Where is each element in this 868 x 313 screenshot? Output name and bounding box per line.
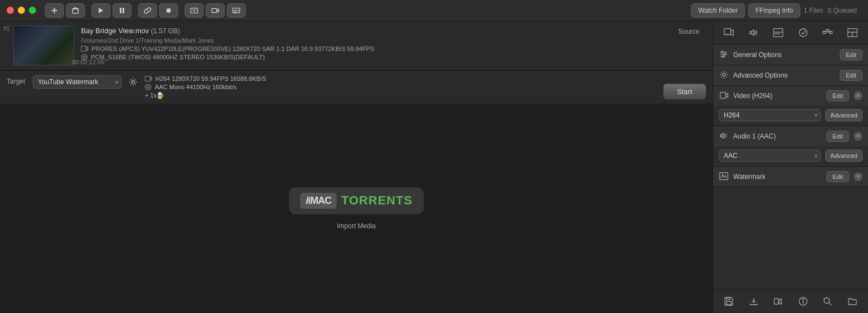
svg-point-10	[166, 8, 171, 13]
rp-subtitle-icon[interactable]	[771, 25, 785, 40]
rp-network-icon[interactable]	[820, 25, 835, 40]
maximize-button[interactable]	[29, 7, 36, 14]
general-options-title: General Options	[733, 51, 835, 59]
target-dropdown-wrap: YouTube Watermark ▾	[33, 75, 121, 89]
right-panel-icons	[713, 21, 868, 45]
add-button[interactable]	[45, 3, 64, 18]
file-item[interactable]: #1 Bay Bridge View.mov (1.57 GB) Source …	[0, 21, 713, 70]
svg-rect-16	[82, 47, 87, 52]
video-codec-select[interactable]: H264	[719, 109, 821, 121]
camera-button[interactable]	[206, 3, 225, 18]
svg-rect-2	[73, 9, 78, 13]
video-select-wrap: H264 ▾	[719, 109, 821, 121]
watermark-torrents: TORRENTS	[341, 193, 413, 208]
target-settings-icon[interactable]	[127, 76, 139, 88]
rp-bottom-film-icon[interactable]	[771, 294, 785, 309]
watch-folder-button[interactable]: Watch Folder	[691, 3, 745, 18]
svg-point-18	[83, 56, 85, 58]
toolbar-add-group	[45, 3, 87, 18]
rp-chapter-icon[interactable]	[796, 25, 810, 40]
target-area: Target YouTube Watermark ▾	[0, 70, 713, 104]
screen-capture-button[interactable]	[185, 3, 204, 18]
rp-bottom-save-icon[interactable]	[722, 294, 736, 309]
watermark-section-header: Watermark Edit ✕	[713, 167, 868, 187]
audio-close-button[interactable]: ✕	[854, 132, 862, 141]
video-section-title: Video (H264)	[733, 92, 822, 100]
advanced-options-section: Advanced Options Edit	[713, 65, 868, 86]
caption-button[interactable]	[227, 3, 246, 18]
file-duration: 00:02:12.05	[72, 59, 104, 65]
record-button[interactable]	[159, 3, 178, 18]
general-options-section: General Options Edit	[713, 45, 868, 65]
rp-layout-icon[interactable]	[845, 25, 860, 40]
audio-section-icon	[719, 132, 729, 141]
svg-point-27	[799, 29, 807, 37]
toolbar-capture-group	[185, 3, 248, 18]
advanced-options-header: Advanced Options Edit	[713, 65, 868, 85]
rp-bottom-export-icon[interactable]	[747, 294, 761, 309]
watermark-close-button[interactable]: ✕	[854, 172, 862, 181]
drop-area[interactable]: iiMAC TORRENTS Import Media	[0, 104, 713, 313]
general-options-edit-button[interactable]: Edit	[840, 49, 862, 60]
video-close-button[interactable]: ✕	[854, 91, 862, 100]
ffmpeg-info-button[interactable]: FFmpeg Info	[748, 3, 800, 18]
rp-video-settings-icon[interactable]	[722, 25, 736, 40]
target-audio-info-row: AAC Mono 44100Hz 160kbit/s	[145, 84, 657, 90]
audio-codec-select[interactable]: AAC	[719, 150, 821, 162]
advanced-options-icon	[719, 70, 729, 81]
file-details: Bay Bridge View.mov (1.57 GB) Source /Vo…	[81, 25, 706, 60]
svg-point-21	[145, 84, 151, 90]
video-section-icon	[719, 92, 729, 100]
svg-point-41	[724, 53, 726, 55]
svg-rect-44	[720, 92, 725, 98]
file-path: /Volumes/2nd Drive 1/Training Media/Mark…	[81, 37, 706, 44]
svg-point-52	[824, 298, 830, 304]
video-edit-button[interactable]: Edit	[826, 90, 849, 101]
main-area: #1 Bay Bridge View.mov (1.57 GB) Source …	[0, 21, 868, 313]
minimize-button[interactable]	[18, 7, 25, 14]
svg-rect-9	[123, 8, 124, 13]
pause-button[interactable]	[113, 3, 131, 18]
video-advanced-button[interactable]: Advanced	[825, 109, 862, 121]
video-section-header: Video (H264) Edit ✕	[713, 86, 868, 106]
rp-bottom-folder-icon[interactable]	[845, 294, 860, 309]
file-audio-info: PCM_S16BE (TWOS) 48000HZ STEREO 1536KB/S…	[81, 54, 706, 60]
right-panel-bottom	[713, 289, 868, 313]
traffic-lights	[7, 7, 36, 14]
delete-button[interactable]	[66, 3, 85, 18]
rp-audio-settings-icon[interactable]	[747, 25, 761, 40]
target-extra-row: + 1x🍺	[145, 92, 657, 99]
target-info: H264 1280X720 59.94FPS 16588.8KB/S AAC M…	[145, 75, 657, 99]
toolbar-media-group	[138, 3, 180, 18]
audio-advanced-button[interactable]: Advanced	[825, 150, 862, 162]
watermark-section-icon	[719, 172, 729, 182]
svg-rect-30	[830, 32, 833, 34]
svg-rect-8	[120, 8, 121, 13]
files-count: 1 Files	[804, 7, 823, 14]
audio-edit-button[interactable]: Edit	[826, 131, 849, 142]
rp-bottom-search-icon[interactable]	[820, 294, 835, 309]
file-video-info: PRORES (APCS) YUV422P10LE(PROGRESSIVE) 1…	[81, 45, 706, 52]
svg-point-43	[723, 73, 725, 76]
start-button[interactable]: Start	[663, 84, 706, 99]
link-button[interactable]	[138, 3, 157, 18]
svg-point-19	[132, 81, 135, 84]
target-label: Target	[7, 78, 25, 85]
video-section-content: H264 ▾ Advanced	[713, 106, 868, 126]
watermark-edit-button[interactable]: Edit	[826, 171, 849, 182]
svg-rect-28	[823, 32, 826, 34]
svg-rect-47	[727, 297, 730, 300]
rp-bottom-info-icon[interactable]	[796, 294, 810, 309]
advanced-options-edit-button[interactable]: Edit	[840, 70, 862, 81]
general-options-header: General Options Edit	[713, 45, 868, 65]
video-section: Video (H264) Edit ✕ H264 ▾ Advanced	[713, 86, 868, 126]
svg-point-22	[147, 86, 149, 88]
close-button[interactable]	[7, 7, 14, 14]
watermark-box: iiMAC TORRENTS	[289, 187, 424, 214]
play-button[interactable]	[92, 3, 110, 18]
toolbar-playback-group	[92, 3, 134, 18]
advanced-options-title: Advanced Options	[733, 71, 835, 79]
audio-section: Audio 1 (AAC) Edit ✕ AAC ▾ Advanced	[713, 126, 868, 167]
general-options-icon	[719, 50, 729, 60]
target-dropdown[interactable]: YouTube Watermark	[33, 75, 121, 89]
